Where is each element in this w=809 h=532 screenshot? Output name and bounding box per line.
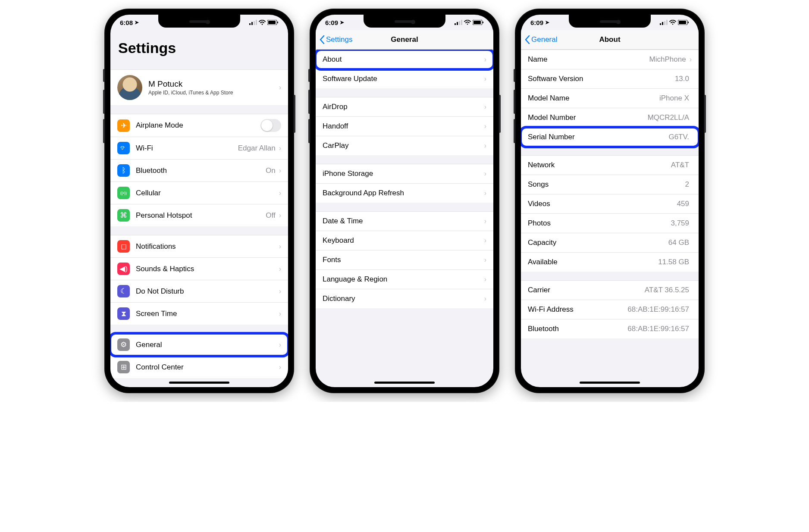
back-label: General bbox=[531, 35, 557, 44]
home-indicator[interactable] bbox=[374, 382, 435, 384]
cell-value: G6TV. bbox=[668, 133, 689, 141]
notch bbox=[569, 15, 651, 28]
cell-general[interactable]: ⚙︎General› bbox=[110, 333, 288, 356]
back-button[interactable]: General bbox=[524, 35, 557, 44]
cell-label: Fonts bbox=[323, 256, 483, 264]
cell-value: MQCR2LL/A bbox=[648, 113, 689, 122]
cell-value: 3,759 bbox=[671, 219, 689, 228]
back-button[interactable]: Settings bbox=[319, 35, 352, 44]
cell-sounds-haptics[interactable]: ◀︎)Sounds & Haptics› bbox=[110, 258, 288, 280]
home-indicator[interactable] bbox=[580, 382, 640, 384]
cell-iphone-storage[interactable]: iPhone Storage› bbox=[316, 164, 493, 184]
cell-carplay[interactable]: CarPlay› bbox=[316, 136, 493, 155]
cell-videos[interactable]: Videos459 bbox=[521, 194, 699, 214]
cell-value: On bbox=[266, 166, 276, 175]
svg-rect-7 bbox=[277, 22, 278, 23]
content-general[interactable]: About›Software Update› AirDrop›Handoff›C… bbox=[316, 50, 493, 387]
cell-cellular[interactable]: ((•))Cellular› bbox=[110, 182, 288, 204]
cell-do-not-disturb[interactable]: ☾Do Not Disturb› bbox=[110, 280, 288, 303]
cell-label: Do Not Disturb bbox=[136, 287, 278, 296]
cell-photos[interactable]: Photos3,759 bbox=[521, 214, 699, 233]
cell-model-name[interactable]: Model NameiPhone X bbox=[521, 89, 699, 108]
svg-rect-2 bbox=[254, 21, 255, 25]
cell-capacity[interactable]: Capacity64 GB bbox=[521, 233, 699, 253]
cell-carrier[interactable]: CarrierAT&T 36.5.25 bbox=[521, 280, 699, 300]
cell-label: Model Name bbox=[528, 94, 659, 103]
cell-icon: ((•)) bbox=[117, 187, 130, 199]
svg-rect-6 bbox=[268, 21, 276, 24]
navbar: Settings General bbox=[316, 30, 493, 50]
status-time: 6:08 bbox=[120, 19, 133, 26]
cell-handoff[interactable]: Handoff› bbox=[316, 117, 493, 136]
cell-screen-time[interactable]: ⧗Screen Time› bbox=[110, 303, 288, 325]
cell-keyboard[interactable]: Keyboard› bbox=[316, 231, 493, 250]
svg-rect-11 bbox=[461, 20, 462, 25]
apple-id-cell[interactable]: M Potuck Apple ID, iCloud, iTunes & App … bbox=[110, 69, 288, 105]
chevron-left-icon bbox=[319, 35, 325, 44]
cell-value: iPhone X bbox=[659, 94, 689, 103]
svg-rect-16 bbox=[660, 23, 661, 25]
cell-label: Screen Time bbox=[136, 310, 278, 318]
cell-background-app-refresh[interactable]: Background App Refresh› bbox=[316, 184, 493, 203]
dnd-icon: ☾ bbox=[117, 285, 130, 297]
cell-label: Carrier bbox=[528, 286, 645, 294]
svg-rect-14 bbox=[473, 21, 481, 24]
cell-network[interactable]: NetworkAT&T bbox=[521, 155, 699, 175]
chevron-right-icon: › bbox=[484, 103, 486, 111]
cell-label: Date & Time bbox=[323, 217, 483, 225]
content-settings[interactable]: Settings M Potuck Apple ID, iCloud, iTun… bbox=[110, 30, 288, 387]
cell-value: 68:AB:1E:99:16:57 bbox=[627, 325, 689, 333]
cell-label: Cellular bbox=[136, 189, 278, 197]
battery-icon bbox=[267, 19, 279, 26]
chevron-right-icon: › bbox=[484, 237, 486, 244]
svg-rect-15 bbox=[483, 22, 483, 23]
cell-name[interactable]: NameMichPhone› bbox=[521, 50, 699, 69]
cell-software-update[interactable]: Software Update› bbox=[316, 69, 493, 88]
chevron-right-icon: › bbox=[484, 142, 486, 150]
cell-label: Software Update bbox=[323, 75, 483, 83]
cell-songs[interactable]: Songs2 bbox=[521, 175, 699, 194]
cell-notifications[interactable]: ◻︎Notifications› bbox=[110, 235, 288, 258]
cell-label: Videos bbox=[528, 200, 677, 208]
svg-rect-22 bbox=[679, 21, 686, 24]
cell-label: Dictionary bbox=[323, 294, 483, 303]
cell-about[interactable]: About› bbox=[316, 50, 493, 69]
cell-value: 64 GB bbox=[668, 238, 689, 247]
cell-date-time[interactable]: Date & Time› bbox=[316, 211, 493, 231]
chevron-right-icon: › bbox=[484, 56, 486, 63]
cell-bluetooth[interactable]: ᛒBluetoothOn› bbox=[110, 160, 288, 182]
cell-label: Control Center bbox=[136, 363, 278, 372]
content-about[interactable]: NameMichPhone›Software Version13.0Model … bbox=[521, 50, 699, 387]
chevron-right-icon: › bbox=[484, 170, 486, 178]
toggle-switch[interactable] bbox=[260, 119, 281, 132]
cell-airplane-mode[interactable]: ✈︎Airplane Mode bbox=[110, 114, 288, 137]
cell-bluetooth[interactable]: Bluetooth68:AB:1E:99:16:57 bbox=[521, 319, 699, 338]
cell-available[interactable]: Available11.58 GB bbox=[521, 253, 699, 272]
cell-label: Software Version bbox=[528, 75, 675, 83]
cell-software-version[interactable]: Software Version13.0 bbox=[521, 69, 699, 89]
svg-rect-10 bbox=[459, 21, 460, 25]
cell-model-number[interactable]: Model NumberMQCR2LL/A bbox=[521, 108, 699, 128]
status-time: 6:09 bbox=[325, 19, 338, 26]
cell-label: Wi-Fi Address bbox=[528, 305, 627, 314]
cell-wi-fi[interactable]: ᯤWi-FiEdgar Allan› bbox=[110, 137, 288, 160]
sound-icon: ◀︎) bbox=[117, 263, 130, 275]
svg-rect-0 bbox=[249, 23, 251, 25]
cell-wi-fi-address[interactable]: Wi-Fi Address68:AB:1E:99:16:57 bbox=[521, 300, 699, 319]
cell-serial-number[interactable]: Serial NumberG6TV. bbox=[521, 128, 699, 147]
svg-rect-8 bbox=[455, 23, 456, 25]
cell-dictionary[interactable]: Dictionary› bbox=[316, 289, 493, 308]
cell-label: Available bbox=[528, 258, 658, 266]
cell-fonts[interactable]: Fonts› bbox=[316, 250, 493, 270]
chevron-right-icon: › bbox=[484, 275, 486, 283]
cell-language-region[interactable]: Language & Region› bbox=[316, 270, 493, 289]
chevron-right-icon: › bbox=[279, 84, 281, 91]
home-indicator[interactable] bbox=[169, 382, 229, 384]
cell-personal-hotspot[interactable]: ⌘Personal HotspotOff› bbox=[110, 204, 288, 226]
cell-value: 68:AB:1E:99:16:57 bbox=[627, 305, 689, 314]
cell-airdrop[interactable]: AirDrop› bbox=[316, 97, 493, 117]
cell-label: iPhone Storage bbox=[323, 169, 483, 178]
cell-label: Capacity bbox=[528, 238, 668, 247]
cell-control-center[interactable]: ⊞Control Center› bbox=[110, 356, 288, 378]
profile-name: M Potuck bbox=[148, 79, 278, 89]
